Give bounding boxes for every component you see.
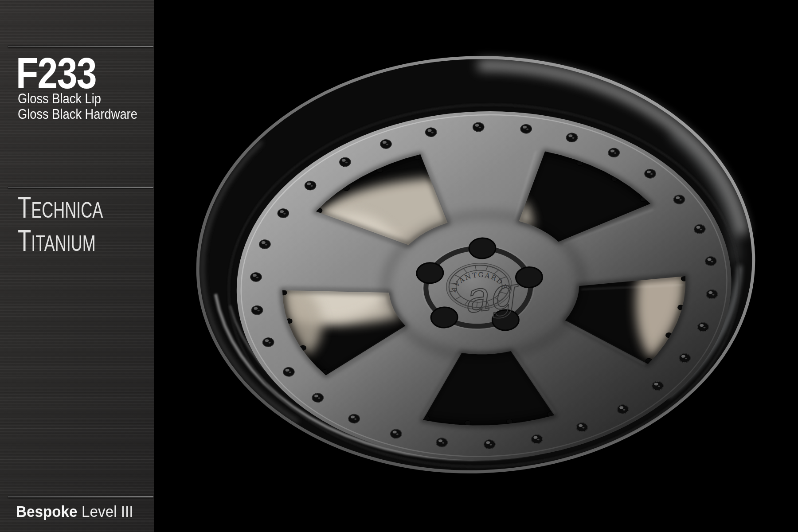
series-rest: ITANIUM <box>31 231 95 256</box>
tier-label: BespokeLevel III <box>16 503 133 520</box>
lug-hole <box>430 307 458 328</box>
divider-line <box>8 496 153 497</box>
lug-hole <box>516 266 543 288</box>
series-name: TECHNICA TITANIUM <box>18 191 136 257</box>
finish-line: Gloss Black Lip <box>18 91 137 106</box>
lug-hole <box>469 238 496 259</box>
tier-bold: Bespoke <box>16 503 78 520</box>
series-initial: T <box>18 223 31 258</box>
model-code: F233 <box>16 51 96 95</box>
series-line: TECHNICA <box>18 191 103 224</box>
divider-line <box>8 187 153 188</box>
finish-line: Gloss Black Hardware <box>18 106 137 122</box>
lug-hole <box>416 262 444 284</box>
series-initial: T <box>18 190 31 224</box>
divider-line <box>8 46 153 47</box>
series-rest: ECHNICA <box>31 198 103 223</box>
tier-rest: Level III <box>82 503 133 520</box>
series-line: TITANIUM <box>18 224 103 257</box>
sidebar: F233 Gloss Black Lip Gloss Black Hardwar… <box>0 0 154 532</box>
finish-lines: Gloss Black Lip Gloss Black Hardware <box>18 91 137 122</box>
